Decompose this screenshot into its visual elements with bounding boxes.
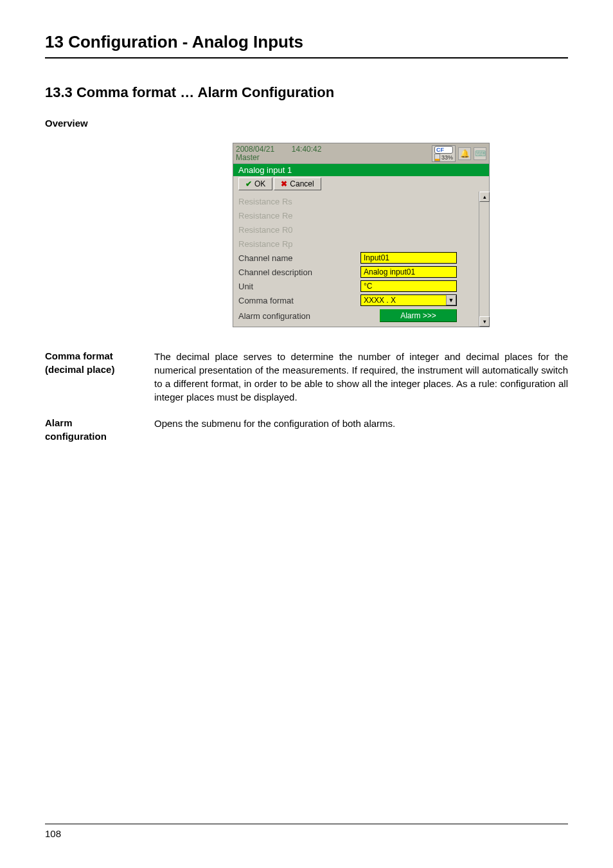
resistance-re-label: Resistance Re	[238, 211, 360, 221]
scroll-up-icon[interactable]: ▴	[479, 192, 490, 202]
x-icon: ✖	[281, 179, 287, 188]
keyboard-icon[interactable]: ⌨	[474, 147, 486, 160]
cancel-button-label: Cancel	[290, 179, 314, 188]
unit-input[interactable]: °C	[360, 280, 457, 292]
chevron-down-icon[interactable]: ▼	[446, 295, 456, 305]
unit-label: Unit	[238, 282, 360, 291]
cf-percent: 33%	[441, 154, 453, 161]
alarm-config-side-label: Alarm configuration	[45, 417, 154, 443]
cf-label: CF	[434, 146, 453, 154]
dialog-button-row: ✔ OK ✖ Cancel	[233, 176, 489, 192]
titlebar-master: Master	[236, 154, 428, 162]
channel-name-input[interactable]: Input01	[360, 252, 457, 264]
comma-format-description: The decimal place serves to determine th…	[154, 350, 568, 404]
titlebar-date: 2008/04/21	[236, 145, 274, 154]
channel-desc-input[interactable]: Analog input01	[360, 266, 457, 278]
alarm-config-button[interactable]: Alarm >>>	[380, 309, 457, 322]
resistance-r0-label: Resistance R0	[238, 225, 360, 235]
comma-format-select[interactable]: XXXX . X ▼	[360, 294, 457, 306]
channel-name-label: Channel name	[238, 253, 360, 263]
ok-button[interactable]: ✔ OK	[238, 177, 272, 190]
titlebar-time: 14:40:42	[292, 145, 322, 154]
cancel-button[interactable]: ✖ Cancel	[274, 177, 321, 190]
chapter-title: 13 Configuration - Analog Inputs	[45, 32, 568, 59]
comma-format-side-label: Comma format (decimal place)	[45, 350, 154, 404]
form-body: Resistance Rs Resistance Re Resistance R…	[233, 192, 489, 327]
scrollbar[interactable]: ▴ ▾	[479, 192, 489, 327]
bell-icon[interactable]: 🔔	[458, 147, 471, 160]
overview-label: Overview	[45, 117, 154, 130]
check-icon: ✔	[245, 179, 252, 188]
cf-bar-icon	[434, 154, 440, 161]
dialog-titlebar: 2008/04/21 14:40:42 Master CF 33% 🔔 ⌨	[233, 143, 489, 164]
ok-button-label: OK	[254, 179, 265, 188]
scroll-down-icon[interactable]: ▾	[479, 316, 490, 327]
resistance-rs-label: Resistance Rs	[238, 197, 360, 206]
comma-format-value: XXXX . X	[361, 295, 446, 305]
page-number: 108	[45, 828, 61, 839]
resistance-rp-label: Resistance Rp	[238, 239, 360, 249]
comma-format-label: Comma format	[238, 296, 360, 305]
alarm-config-label: Alarm configuration	[238, 311, 360, 321]
channel-desc-label: Channel description	[238, 267, 360, 277]
section-title: 13.3 Comma format … Alarm Configuration	[0, 84, 613, 101]
config-dialog-window: 2008/04/21 14:40:42 Master CF 33% 🔔 ⌨	[233, 143, 490, 327]
alarm-config-description: Opens the submenu for the configuration …	[154, 417, 395, 443]
dialog-tab[interactable]: Analog input 1	[233, 164, 489, 176]
cf-storage-badge: CF 33%	[432, 145, 456, 162]
